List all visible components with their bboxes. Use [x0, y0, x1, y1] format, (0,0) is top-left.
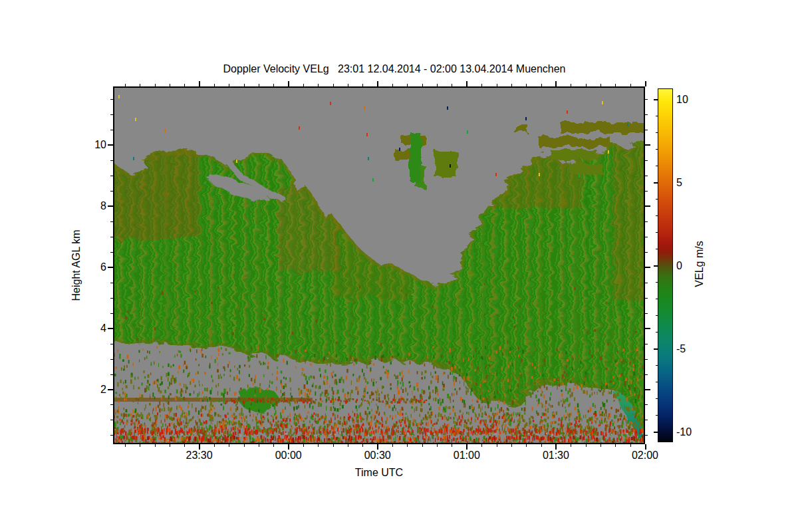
- y-minor-tick: [110, 130, 113, 130]
- y-minor-tick: [110, 374, 113, 375]
- x-minor-tick-top: [184, 84, 185, 86]
- x-minor-tick-top: [140, 84, 140, 86]
- y-minor-tick-right: [645, 237, 648, 237]
- x-tick-label-00:00: 00:00: [267, 450, 310, 462]
- x-minor-tick: [362, 444, 363, 447]
- x-minor-tick-top: [615, 84, 616, 86]
- x-minor-tick-top: [303, 84, 304, 86]
- y-minor-tick-right: [645, 374, 648, 375]
- x-minor-tick: [333, 444, 334, 447]
- y-major-tick-right: [645, 389, 650, 390]
- x-minor-tick-top: [571, 84, 571, 86]
- y-minor-tick: [110, 176, 113, 176]
- x-minor-tick: [155, 444, 156, 447]
- x-minor-tick: [422, 444, 423, 447]
- x-minor-tick-top: [333, 84, 334, 86]
- colorbar-tick-label-10: 10: [676, 94, 706, 106]
- x-minor-tick: [481, 444, 482, 447]
- x-minor-tick-top: [259, 84, 259, 86]
- x-minor-tick-top: [600, 84, 601, 86]
- y-tick-label-8: 8: [73, 200, 106, 212]
- x-tick-label-01:30: 01:30: [535, 450, 577, 462]
- x-minor-tick-top: [407, 84, 408, 86]
- y-tick-label-4: 4: [73, 323, 106, 334]
- x-minor-tick-top: [511, 84, 512, 86]
- y-minor-tick-right: [645, 359, 648, 360]
- x-minor-tick: [541, 444, 542, 447]
- y-major-tick-right: [645, 205, 650, 207]
- x-major-tick: [466, 444, 467, 450]
- y-axis-label: Height AGL km: [70, 219, 82, 312]
- y-minor-tick: [110, 221, 113, 222]
- y-minor-tick-right: [645, 435, 648, 436]
- y-minor-tick: [110, 252, 113, 253]
- x-major-tick-top: [645, 81, 646, 86]
- y-minor-tick-right: [645, 313, 648, 314]
- x-major-tick-top: [377, 81, 378, 86]
- y-minor-tick-right: [645, 298, 648, 299]
- colorbar-label: VELg m/s: [694, 224, 706, 304]
- x-major-tick-top: [199, 81, 200, 86]
- x-minor-tick-top: [630, 84, 631, 86]
- y-minor-tick: [110, 435, 113, 436]
- x-major-tick: [199, 444, 200, 450]
- x-major-tick-top: [288, 81, 289, 86]
- plot-frame-border: [113, 86, 645, 444]
- y-major-tick: [108, 205, 113, 207]
- x-minor-tick: [526, 444, 527, 447]
- y-major-tick-right: [645, 144, 650, 146]
- x-major-tick: [555, 444, 557, 450]
- x-tick-label-00:30: 00:30: [356, 450, 399, 462]
- y-minor-tick-right: [645, 130, 648, 130]
- y-major-tick-right: [645, 328, 650, 329]
- y-minor-tick-right: [645, 191, 648, 192]
- x-minor-tick: [229, 444, 229, 447]
- x-minor-tick-top: [452, 84, 452, 86]
- x-minor-tick: [600, 444, 601, 447]
- x-minor-tick-top: [348, 84, 348, 86]
- x-minor-tick: [140, 444, 140, 447]
- x-major-tick-top: [555, 81, 557, 86]
- x-minor-tick-top: [586, 84, 587, 86]
- y-minor-tick-right: [645, 221, 648, 222]
- x-tick-label-23:30: 23:30: [178, 450, 221, 462]
- y-major-tick: [108, 144, 113, 146]
- y-minor-tick-right: [645, 252, 648, 253]
- x-major-tick: [377, 444, 378, 450]
- x-minor-tick: [437, 444, 438, 447]
- y-tick-label-10: 10: [73, 139, 106, 151]
- x-minor-tick: [259, 444, 259, 447]
- y-minor-tick: [110, 404, 113, 405]
- x-minor-tick: [407, 444, 408, 447]
- x-minor-tick: [630, 444, 631, 447]
- y-minor-tick: [110, 313, 113, 314]
- x-tick-label-02:00: 02:00: [624, 450, 666, 462]
- y-minor-tick-right: [645, 176, 648, 176]
- x-minor-tick-top: [229, 84, 229, 86]
- colorbar-tick-label--5: -5: [676, 343, 706, 355]
- y-major-tick-right: [645, 267, 650, 268]
- colorbar-tick-label-5: 5: [676, 177, 706, 189]
- y-minor-tick: [110, 283, 113, 283]
- x-minor-tick: [170, 444, 170, 447]
- y-minor-tick-right: [645, 283, 648, 283]
- x-minor-tick-top: [214, 84, 215, 86]
- y-major-tick: [108, 267, 113, 268]
- x-minor-tick-top: [422, 84, 423, 86]
- y-minor-tick: [110, 99, 113, 100]
- doppler-velocity-plot-page: Doppler Velocity VELg 23:01 12.04.2014 -…: [0, 0, 798, 532]
- colorbar-tick-label--10: -10: [676, 426, 706, 438]
- colorbar: [658, 88, 673, 442]
- x-minor-tick-top: [362, 84, 363, 86]
- y-minor-tick-right: [645, 420, 648, 420]
- x-minor-tick-top: [273, 84, 274, 86]
- y-minor-tick-right: [645, 99, 648, 100]
- x-minor-tick: [125, 444, 126, 447]
- y-minor-tick-right: [645, 114, 648, 115]
- x-minor-tick-top: [437, 84, 438, 86]
- y-minor-tick: [110, 359, 113, 360]
- x-minor-tick-top: [497, 84, 497, 86]
- x-minor-tick: [303, 444, 304, 447]
- x-minor-tick-top: [244, 84, 245, 86]
- y-minor-tick: [110, 237, 113, 237]
